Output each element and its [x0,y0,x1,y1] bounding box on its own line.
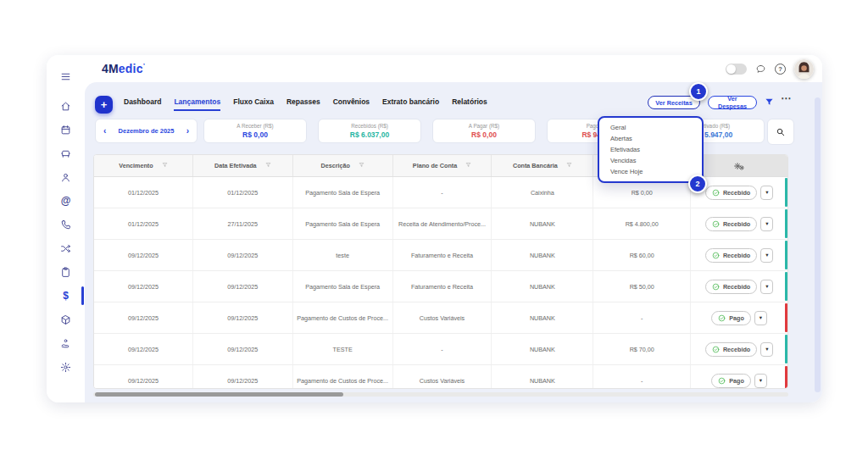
sidebar-item-home[interactable] [54,94,78,118]
check-circle-icon [718,377,726,385]
horizontal-scrollbar-thumb[interactable] [95,392,343,397]
filter-icon[interactable] [765,97,774,107]
cell-plano: - [393,177,492,208]
status-button[interactable]: Recebido [705,248,757,263]
mentions-icon: @ [61,196,71,206]
sidebar: @$ [47,55,85,402]
status-button[interactable]: Recebido [705,217,757,231]
chat-icon[interactable] [755,64,766,75]
vertical-scrollbar[interactable] [815,97,821,392]
phone-icon [60,219,71,230]
cell-status: Recebido▾ [691,334,787,364]
tab-lancamentos[interactable]: Lançamentos [174,97,220,111]
column-header-conta-bancaria[interactable]: Conta Bancária [492,155,593,176]
column-filter-icon[interactable] [566,162,572,169]
sidebar-item-integrations[interactable] [54,236,78,260]
cell-plano: - [393,334,492,364]
prev-month-button[interactable]: ‹ [103,127,106,136]
column-header-label: Descrição [320,162,349,169]
cell-conta: NUBANK [492,240,593,270]
cell-status: Recebido▾ [691,271,787,302]
dropdown-item-efetivadas[interactable]: Efetivadas [599,144,702,155]
search-button[interactable] [767,119,794,145]
horizontal-scrollbar[interactable] [93,392,788,397]
row-caret-button[interactable]: ▾ [754,374,767,388]
settings-gears-icon[interactable] [734,162,744,170]
sidebar-item-calendar[interactable] [54,118,78,141]
tab-fluxo-caixa[interactable]: Fluxo Caixa [233,97,274,109]
row-caret-button[interactable]: ▾ [754,311,767,325]
row-caret-button[interactable]: ▾ [760,248,773,263]
column-header-vencimento[interactable]: Vencimento [94,155,193,176]
row-caret-button[interactable]: ▾ [760,217,773,231]
column-filter-icon[interactable] [265,162,271,169]
user-avatar[interactable] [794,59,814,79]
status-button[interactable]: Pago [711,374,751,388]
column-filter-icon[interactable] [162,162,168,169]
cell-plano: Custos Variáveis [393,302,492,333]
sidebar-item-menu[interactable] [54,64,78,88]
tab-repasses[interactable]: Repasses [287,97,320,109]
column-settings-header[interactable] [691,155,787,176]
menu-icon [60,71,71,82]
sidebar-item-mentions[interactable]: @ [54,189,78,213]
status-button[interactable]: Recebido [705,342,757,357]
theme-toggle[interactable] [726,64,747,75]
check-circle-icon [712,283,720,291]
dropdown-item-abertas[interactable]: Abertas [599,133,702,144]
cell-efetivada: 09/12/2025 [193,334,293,364]
add-entry-button[interactable]: + [95,96,113,114]
dropdown-item-vence-hoje[interactable]: Vence Hoje [599,166,702,177]
receitas-filter-dropdown: GeralAbertasEfetivadasVencidasVence Hoje [598,116,704,183]
status-button[interactable]: Recebido [705,186,757,200]
cell-valor: R$ 4.800,00 [593,208,691,239]
column-header-plano-de-conta[interactable]: Plano de Conta [393,155,492,176]
sidebar-item-settings[interactable] [54,355,78,379]
next-month-button[interactable]: › [186,127,189,136]
row-caret-button[interactable]: ▾ [760,342,773,357]
app-logo: 4Medic’ [102,62,145,75]
sidebar-item-commissions[interactable] [54,331,78,355]
status-button[interactable]: Recebido [705,280,757,294]
cell-vencimento: 09/12/2025 [94,334,193,364]
cell-valor: R$ 70,00 [593,334,691,364]
column-header-data-efetivada[interactable]: Data Efetivada [193,155,293,176]
tab-convenios[interactable]: Convênios [333,97,370,109]
cell-plano: Faturamento e Receita [393,271,492,302]
sidebar-item-financial[interactable]: $ [54,284,78,308]
sidebar-item-patient[interactable] [54,165,78,189]
status-button[interactable]: Pago [711,311,751,325]
sidebar-item-records[interactable] [54,260,78,284]
row-status-stripe [785,366,787,389]
column-filter-icon[interactable] [359,162,364,169]
main-content: + DashboardLançamentosFluxo CaixaRepasse… [85,82,822,402]
home-icon [60,101,71,112]
check-circle-icon [712,189,720,197]
column-header-descricao[interactable]: Descrição [293,155,393,176]
table-row: 09/12/202509/12/2025Pagamento Sala de Es… [94,271,787,302]
cell-descricao: Pagamento de Custos de Proce... [293,365,393,389]
cell-vencimento: 01/12/2025 [94,208,193,239]
sidebar-item-inventory[interactable] [54,308,78,331]
ver-despesas-button[interactable]: Ver Despesas [708,96,757,109]
period-selector: ‹ Dezembro de 2025 › [95,119,198,143]
column-filter-icon[interactable] [465,162,471,169]
cell-descricao: Pagamento de Custos de Proce... [293,302,393,333]
sidebar-item-phone[interactable] [54,213,78,236]
row-caret-button[interactable]: ▾ [760,186,773,200]
help-icon[interactable]: ? [775,64,786,75]
row-caret-button[interactable]: ▾ [760,280,773,294]
dropdown-item-geral[interactable]: Geral [599,122,702,133]
dropdown-item-vencidas[interactable]: Vencidas [599,155,702,166]
more-options-icon[interactable]: ⋯ [781,92,792,104]
table-row: 09/12/202509/12/2025testeFaturamento e R… [94,240,787,271]
cell-valor: - [593,365,691,389]
tab-relatorios[interactable]: Relatórios [452,97,487,109]
topbar: 4Medic’ ? [85,55,822,82]
tab-extrato-bancario[interactable]: Extrato bancário [382,97,439,109]
column-header-label: Vencimento [119,162,153,169]
summary-card-a-receber-r: A Receber (R$)R$ 0,00 [203,119,307,143]
sidebar-item-waiting-room[interactable] [54,141,78,165]
tab-dashboard[interactable]: Dashboard [124,97,161,109]
cell-conta: Caixinha [492,177,593,208]
